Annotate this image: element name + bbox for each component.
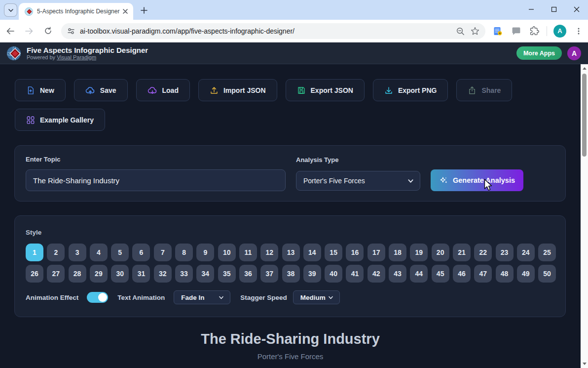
style-option-42[interactable]: 42 — [368, 265, 385, 283]
style-option-5[interactable]: 5 — [111, 244, 129, 261]
style-option-45[interactable]: 45 — [432, 265, 449, 283]
maximize-button[interactable] — [543, 0, 565, 19]
import-json-button[interactable]: Import JSON — [198, 79, 277, 101]
load-button[interactable]: Load — [136, 79, 190, 101]
browser-tab[interactable]: 5-Aspects Infographic Designer — [19, 3, 133, 20]
new-button[interactable]: New — [15, 79, 66, 101]
tab-close-icon[interactable] — [121, 7, 129, 16]
preview-title: The Ride-Sharing Industry — [0, 331, 581, 347]
upload-icon — [210, 86, 219, 95]
minimize-button[interactable] — [520, 0, 543, 19]
generate-analysis-label: Generate Analysis — [453, 176, 515, 184]
style-option-19[interactable]: 19 — [410, 244, 428, 261]
style-option-25[interactable]: 25 — [538, 244, 556, 261]
style-option-47[interactable]: 47 — [474, 265, 492, 283]
back-button[interactable] — [2, 23, 19, 40]
close-window-button[interactable] — [565, 0, 588, 19]
action-toolbar: New Save Load Import JSON Export JSON Ex… — [15, 79, 512, 101]
stagger-speed-select[interactable]: Medium — [293, 290, 340, 304]
url-bar[interactable]: ai-toolbox.visual-paradigm.com/app/five-… — [61, 23, 485, 39]
style-option-16[interactable]: 16 — [346, 244, 364, 261]
page-scrollbar[interactable] — [581, 64, 588, 368]
style-option-1[interactable]: 1 — [26, 244, 43, 261]
style-option-13[interactable]: 13 — [282, 244, 300, 261]
style-option-26[interactable]: 26 — [26, 265, 43, 283]
save-button[interactable]: Save — [74, 79, 128, 101]
style-option-48[interactable]: 48 — [496, 265, 514, 283]
animation-effect-toggle[interactable] — [87, 292, 108, 303]
scroll-down-arrow[interactable] — [581, 360, 588, 368]
style-option-8[interactable]: 8 — [175, 244, 193, 261]
comment-icon[interactable] — [510, 25, 522, 37]
user-avatar[interactable]: A — [567, 46, 581, 60]
style-option-49[interactable]: 49 — [517, 265, 535, 283]
more-apps-button[interactable]: More Apps — [516, 46, 562, 60]
style-option-23[interactable]: 23 — [496, 244, 514, 261]
floppy-disk-icon — [297, 86, 306, 95]
analysis-type-select[interactable]: Porter's Five Forces — [296, 171, 420, 191]
topic-input[interactable] — [26, 169, 286, 191]
style-option-10[interactable]: 10 — [218, 244, 236, 261]
style-option-17[interactable]: 17 — [368, 244, 385, 261]
style-option-15[interactable]: 15 — [325, 244, 342, 261]
style-option-22[interactable]: 22 — [474, 244, 492, 261]
style-option-50[interactable]: 50 — [538, 265, 556, 283]
generate-analysis-button[interactable]: Generate Analysis — [431, 169, 523, 191]
style-option-37[interactable]: 37 — [260, 265, 278, 283]
example-gallery-button[interactable]: Example Gallery — [15, 109, 105, 131]
url-text[interactable]: ai-toolbox.visual-paradigm.com/app/five-… — [80, 27, 451, 35]
style-option-29[interactable]: 29 — [90, 265, 108, 283]
animation-effect-label: Animation Effect — [26, 294, 78, 301]
style-option-34[interactable]: 34 — [196, 265, 214, 283]
style-option-14[interactable]: 14 — [303, 244, 321, 261]
style-option-2[interactable]: 2 — [47, 244, 65, 261]
share-button[interactable]: Share — [456, 79, 512, 101]
new-tab-button[interactable] — [138, 4, 150, 16]
style-option-32[interactable]: 32 — [154, 265, 172, 283]
style-option-46[interactable]: 46 — [453, 265, 471, 283]
reload-button[interactable] — [39, 23, 56, 40]
tab-search-button[interactable] — [4, 3, 17, 17]
site-settings-icon[interactable] — [67, 27, 75, 35]
file-plus-icon — [26, 86, 35, 95]
style-option-40[interactable]: 40 — [325, 265, 342, 283]
style-option-44[interactable]: 44 — [410, 265, 428, 283]
browser-toolbar: ai-toolbox.visual-paradigm.com/app/five-… — [0, 20, 588, 42]
style-option-24[interactable]: 24 — [517, 244, 535, 261]
style-option-28[interactable]: 28 — [69, 265, 86, 283]
forward-button[interactable] — [21, 23, 37, 40]
style-option-9[interactable]: 9 — [196, 244, 214, 261]
style-option-43[interactable]: 43 — [389, 265, 406, 283]
export-json-button[interactable]: Export JSON — [286, 79, 365, 101]
scroll-up-arrow[interactable] — [581, 65, 588, 72]
browser-menu-icon[interactable] — [573, 25, 585, 37]
zoom-out-icon[interactable] — [455, 26, 466, 37]
style-option-33[interactable]: 33 — [175, 265, 193, 283]
app-subtitle: Powered by Visual Paradigm — [27, 54, 148, 61]
style-option-11[interactable]: 11 — [239, 244, 257, 261]
browser-profile-avatar[interactable]: A — [553, 25, 566, 38]
style-option-12[interactable]: 12 — [260, 244, 278, 261]
style-option-41[interactable]: 41 — [346, 265, 364, 283]
style-option-21[interactable]: 21 — [453, 244, 471, 261]
style-option-27[interactable]: 27 — [47, 265, 65, 283]
scrollbar-thumb[interactable] — [582, 74, 587, 157]
style-option-31[interactable]: 31 — [132, 265, 150, 283]
text-animation-select[interactable]: Fade In — [174, 290, 230, 304]
style-option-18[interactable]: 18 — [389, 244, 406, 261]
style-option-20[interactable]: 20 — [432, 244, 449, 261]
style-option-30[interactable]: 30 — [111, 265, 129, 283]
style-option-35[interactable]: 35 — [218, 265, 236, 283]
style-option-6[interactable]: 6 — [132, 244, 150, 261]
visual-paradigm-link[interactable]: Visual Paradigm — [57, 54, 96, 60]
style-option-4[interactable]: 4 — [90, 244, 108, 261]
style-option-39[interactable]: 39 — [303, 265, 321, 283]
extensions-puzzle-icon[interactable] — [528, 25, 540, 37]
bookmark-star-icon[interactable] — [470, 26, 480, 37]
style-option-38[interactable]: 38 — [282, 265, 300, 283]
style-option-36[interactable]: 36 — [239, 265, 257, 283]
export-png-button[interactable]: Export PNG — [373, 79, 448, 101]
style-option-7[interactable]: 7 — [154, 244, 172, 261]
style-option-3[interactable]: 3 — [69, 244, 86, 261]
reading-list-icon[interactable] — [492, 25, 504, 37]
